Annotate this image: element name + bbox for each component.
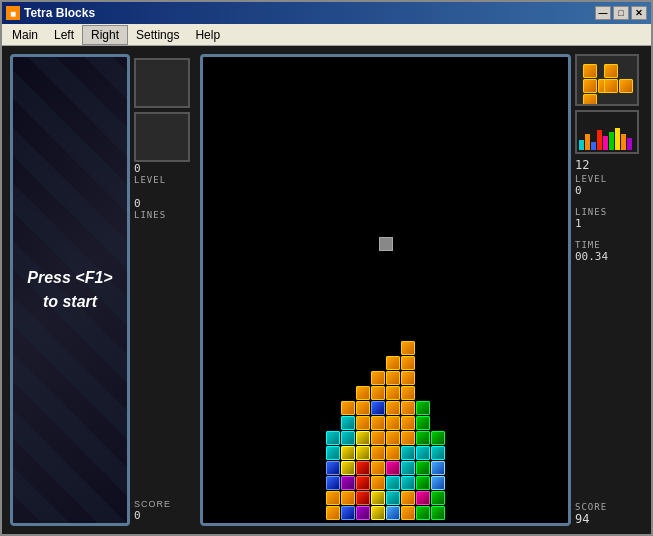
right-score-value: 94 — [575, 512, 643, 526]
block — [326, 401, 340, 415]
block — [401, 476, 415, 490]
window-title: Tetra Blocks — [24, 6, 95, 20]
menu-right[interactable]: Right — [82, 25, 128, 45]
left-level-value: 0 — [134, 162, 194, 175]
menu-help[interactable]: Help — [187, 26, 228, 44]
preview-block — [619, 79, 633, 93]
block — [341, 341, 355, 355]
block — [371, 416, 385, 430]
block — [416, 431, 430, 445]
block — [386, 416, 400, 430]
right-stats: 12 LEVEL 0 LINES 1 TIME 00.34 — [575, 158, 643, 498]
right-score-section: SCORE 94 — [575, 502, 643, 526]
block — [326, 431, 340, 445]
block — [326, 506, 340, 520]
block — [356, 506, 370, 520]
right-game-board — [200, 54, 571, 526]
block-row — [205, 401, 566, 415]
block — [401, 371, 415, 385]
block — [431, 461, 445, 475]
block — [416, 416, 430, 430]
block — [386, 386, 400, 400]
block — [416, 446, 430, 460]
block — [401, 386, 415, 400]
block — [431, 431, 445, 445]
preview-block — [604, 64, 618, 78]
right-score-label: SCORE — [575, 502, 643, 512]
app-icon: ■ — [6, 6, 20, 20]
preview-block — [604, 79, 618, 93]
close-button[interactable]: ✕ — [631, 6, 647, 20]
left-level-stat: 0 LEVEL — [134, 162, 194, 185]
block-row — [205, 446, 566, 460]
menu-main[interactable]: Main — [4, 26, 46, 44]
block — [326, 476, 340, 490]
block — [401, 491, 415, 505]
minimize-button[interactable]: — — [595, 6, 611, 20]
menu-left[interactable]: Left — [46, 26, 82, 44]
block — [431, 356, 445, 370]
block — [431, 476, 445, 490]
maximize-button[interactable]: □ — [613, 6, 629, 20]
left-lines-label: LINES — [134, 210, 194, 220]
right-level-label: LEVEL — [575, 174, 643, 184]
block — [401, 431, 415, 445]
block — [326, 461, 340, 475]
block — [416, 461, 430, 475]
tetris-grid — [203, 341, 568, 523]
block — [371, 341, 385, 355]
block-row — [205, 431, 566, 445]
block — [326, 416, 340, 430]
preview-block — [598, 94, 612, 106]
left-lines-stat: 0 LINES — [134, 197, 194, 220]
right-score-top: 12 — [575, 158, 643, 172]
block — [341, 476, 355, 490]
block — [401, 401, 415, 415]
block-row — [205, 491, 566, 505]
block — [356, 356, 370, 370]
block — [386, 356, 400, 370]
left-stats: 0 LEVEL 0 LINES — [134, 162, 194, 232]
block-row — [205, 386, 566, 400]
main-window: ■ Tetra Blocks — □ ✕ Main Left Right Set… — [0, 0, 653, 536]
block-row — [205, 341, 566, 355]
block — [341, 431, 355, 445]
preview-block — [619, 64, 633, 78]
block — [386, 461, 400, 475]
block — [401, 446, 415, 460]
block — [356, 371, 370, 385]
block — [371, 476, 385, 490]
right-lines-label: LINES — [575, 207, 643, 217]
left-game-board: Press <F1>to start — [10, 54, 130, 526]
block — [341, 446, 355, 460]
block — [401, 461, 415, 475]
right-section: 12 LEVEL 0 LINES 1 TIME 00.34 — [200, 54, 643, 526]
block-row — [205, 371, 566, 385]
block — [386, 431, 400, 445]
block-row — [205, 476, 566, 490]
block — [401, 356, 415, 370]
block — [356, 386, 370, 400]
block — [371, 371, 385, 385]
block — [356, 341, 370, 355]
block — [401, 341, 415, 355]
right-lines-value: 1 — [575, 217, 643, 230]
block — [356, 476, 370, 490]
block — [386, 446, 400, 460]
menu-settings[interactable]: Settings — [128, 26, 187, 44]
right-preview-box1 — [575, 54, 639, 106]
block — [431, 401, 445, 415]
block — [356, 401, 370, 415]
block — [371, 506, 385, 520]
block — [431, 506, 445, 520]
block — [341, 416, 355, 430]
block — [356, 431, 370, 445]
block — [371, 491, 385, 505]
block — [401, 416, 415, 430]
block — [431, 371, 445, 385]
block-row — [205, 356, 566, 370]
block — [341, 461, 355, 475]
preview-block — [583, 79, 597, 93]
block — [326, 356, 340, 370]
right-time-label: TIME — [575, 240, 643, 250]
